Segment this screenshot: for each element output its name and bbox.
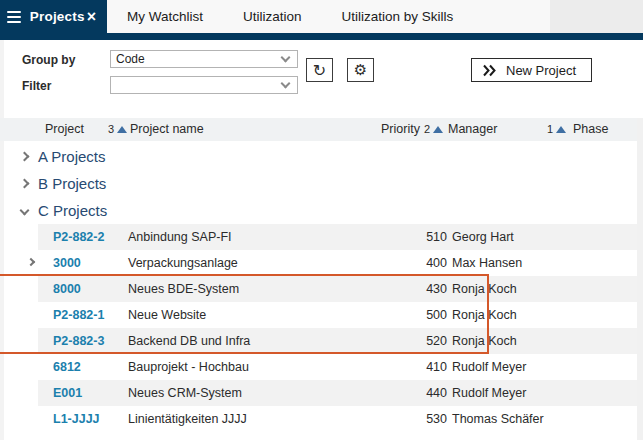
- close-icon[interactable]: ×: [85, 9, 98, 25]
- new-project-label: New Project: [506, 63, 576, 78]
- sort-order-number: 1: [547, 118, 553, 141]
- project-code-link[interactable]: L1-JJJJ: [53, 406, 100, 432]
- group-by-label: Group by: [22, 53, 75, 67]
- refresh-icon: ↻: [313, 61, 326, 80]
- sort-ascending-icon: [117, 126, 127, 133]
- project-code-link[interactable]: 6812: [53, 354, 81, 380]
- project-name: Verpackungsanlage: [128, 250, 238, 276]
- project-row[interactable]: P2-882-1Neue Website500Ronja Koch: [38, 302, 637, 328]
- expand-icon[interactable]: [20, 179, 30, 189]
- project-name: Neues CRM-System: [128, 380, 242, 406]
- project-manager: Ronja Koch: [452, 328, 517, 354]
- project-priority: 530: [383, 406, 447, 432]
- inactive-tabs: My WatchlistUtilizationUtilization by Sk…: [107, 0, 473, 33]
- settings-button[interactable]: ⚙: [347, 58, 374, 82]
- project-row[interactable]: P2-882-2Anbindung SAP-FI510Georg Hart: [38, 224, 637, 250]
- project-code-link[interactable]: 8000: [53, 276, 81, 302]
- vertical-scrollbar-track[interactable]: [637, 118, 643, 440]
- project-name: Bauprojekt - Hochbau: [128, 354, 249, 380]
- project-code-link[interactable]: P2-882-1: [53, 302, 104, 328]
- project-row[interactable]: 3000Verpackungsanlage400Max Hansen: [38, 250, 637, 276]
- project-manager: Max Hansen: [452, 250, 522, 276]
- collapse-icon[interactable]: [20, 206, 30, 216]
- project-row[interactable]: 8000Neues BDE-System430Ronja Koch: [38, 276, 637, 302]
- group-label: A Projects: [38, 143, 106, 170]
- project-manager: Rudolf Meyer: [452, 354, 526, 380]
- project-manager: Ronja Koch: [452, 302, 517, 328]
- tabbar-right-spacer: [550, 0, 643, 33]
- refresh-button[interactable]: ↻: [306, 58, 333, 82]
- accent-bar: [0, 33, 643, 40]
- project-code-link[interactable]: 3000: [53, 250, 81, 276]
- project-row[interactable]: E001Neues CRM-System440Rudolf Meyer: [38, 380, 637, 406]
- group-row-b-projects[interactable]: B Projects: [0, 170, 637, 197]
- project-name: Neues BDE-System: [128, 276, 239, 302]
- group-row-a-projects[interactable]: A Projects: [0, 143, 637, 170]
- project-priority: 500: [383, 302, 447, 328]
- active-tab-label: Projects: [30, 9, 85, 24]
- project-name: Neue Website: [128, 302, 206, 328]
- project-priority: 510: [383, 224, 447, 250]
- project-priority: 440: [383, 380, 447, 406]
- column-header-project[interactable]: Project: [45, 118, 84, 141]
- sort-order-number: 2: [424, 118, 430, 141]
- tab-projects-active[interactable]: Projects ×: [0, 0, 107, 33]
- project-code-link[interactable]: E001: [53, 380, 82, 406]
- expand-icon[interactable]: [20, 152, 30, 162]
- sort-indicator-manager[interactable]: 1: [547, 118, 566, 141]
- project-code-link[interactable]: P2-882-2: [53, 224, 104, 250]
- project-row[interactable]: 6812Bauprojekt - Hochbau410Rudolf Meyer: [38, 354, 637, 380]
- project-manager: Thomas Schäfer: [452, 406, 544, 432]
- column-header-phase[interactable]: Phase: [573, 118, 608, 141]
- filter-select[interactable]: [110, 76, 298, 94]
- filter-label: Filter: [22, 79, 51, 93]
- table-header: Project 3 Project name Priority 2 Manage…: [0, 118, 637, 141]
- tab-my-watchlist[interactable]: My Watchlist: [107, 0, 223, 33]
- group-by-select[interactable]: Code: [110, 50, 298, 68]
- project-code-link[interactable]: P2-882-3: [53, 328, 104, 354]
- tab-bar: Projects × My WatchlistUtilizationUtiliz…: [0, 0, 643, 33]
- column-header-priority[interactable]: Priority: [381, 118, 420, 141]
- tab-utilization[interactable]: Utilization: [223, 0, 322, 33]
- project-manager: Rudolf Meyer: [452, 380, 526, 406]
- group-label: C Projects: [38, 197, 107, 224]
- project-manager: Ronja Koch: [452, 276, 517, 302]
- group-row-c-projects[interactable]: C Projects: [0, 197, 637, 224]
- project-name: Backend DB und Infra: [128, 328, 250, 354]
- sort-indicator-project[interactable]: 3: [108, 118, 127, 141]
- project-name: Anbindung SAP-FI: [128, 224, 232, 250]
- project-manager: Georg Hart: [452, 224, 514, 250]
- new-project-button[interactable]: New Project: [471, 58, 592, 82]
- project-row[interactable]: L1-JJJJLinientätigkeiten JJJJ530Thomas S…: [38, 406, 637, 432]
- project-name: Linientätigkeiten JJJJ: [128, 406, 247, 432]
- sort-order-number: 3: [108, 118, 114, 141]
- group-label: B Projects: [38, 170, 106, 197]
- chevron-down-icon: [281, 52, 291, 62]
- column-header-project-name[interactable]: Project name: [130, 118, 204, 141]
- project-priority: 520: [383, 328, 447, 354]
- gear-icon: ⚙: [354, 61, 367, 79]
- expand-icon[interactable]: [27, 258, 35, 266]
- double-chevron-icon: [482, 64, 497, 77]
- sort-ascending-icon: [433, 126, 443, 133]
- sort-ascending-icon: [556, 126, 566, 133]
- column-header-manager[interactable]: Manager: [448, 118, 497, 141]
- project-priority: 410: [383, 354, 447, 380]
- project-priority: 400: [383, 250, 447, 276]
- project-row[interactable]: P2-882-3Backend DB und Infra520Ronja Koc…: [38, 328, 637, 354]
- table-body: A ProjectsB ProjectsC ProjectsP2-882-2An…: [0, 143, 637, 432]
- tab-utilization-by-skills[interactable]: Utilization by Skills: [322, 0, 474, 33]
- chevron-down-icon: [281, 78, 291, 88]
- hamburger-menu-icon[interactable]: [7, 11, 21, 23]
- sort-indicator-priority[interactable]: 2: [424, 118, 443, 141]
- group-by-value: Code: [111, 52, 282, 66]
- project-priority: 430: [383, 276, 447, 302]
